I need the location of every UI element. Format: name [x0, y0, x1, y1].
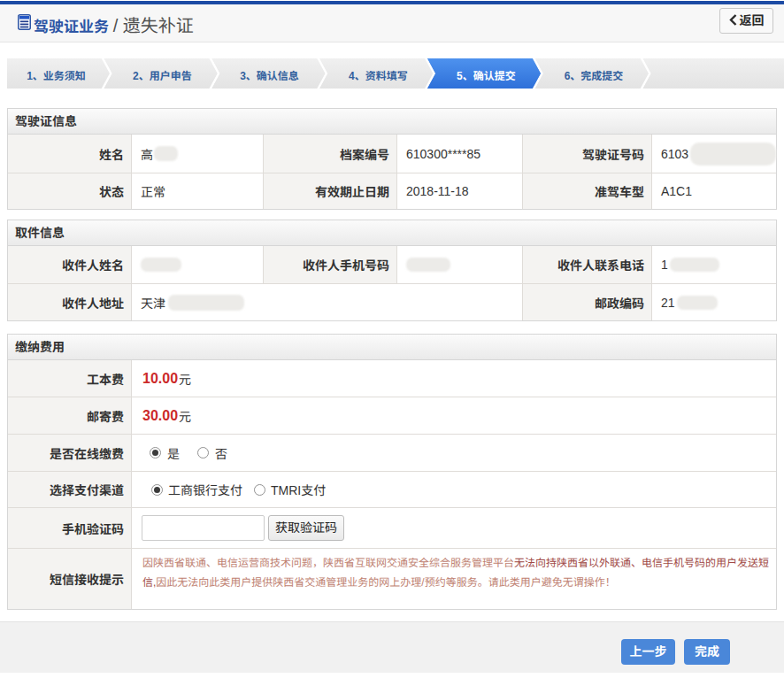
svg-text:6、完成提交: 6、完成提交	[565, 70, 624, 82]
svg-text:5、确认提交: 5、确认提交	[457, 70, 516, 82]
svg-text:2、用户申告: 2、用户申告	[133, 70, 192, 82]
svg-text:3、确认信息: 3、确认信息	[240, 70, 299, 82]
svg-text:1、业务须知: 1、业务须知	[27, 70, 86, 82]
svg-text:4、资料填写: 4、资料填写	[349, 70, 408, 82]
